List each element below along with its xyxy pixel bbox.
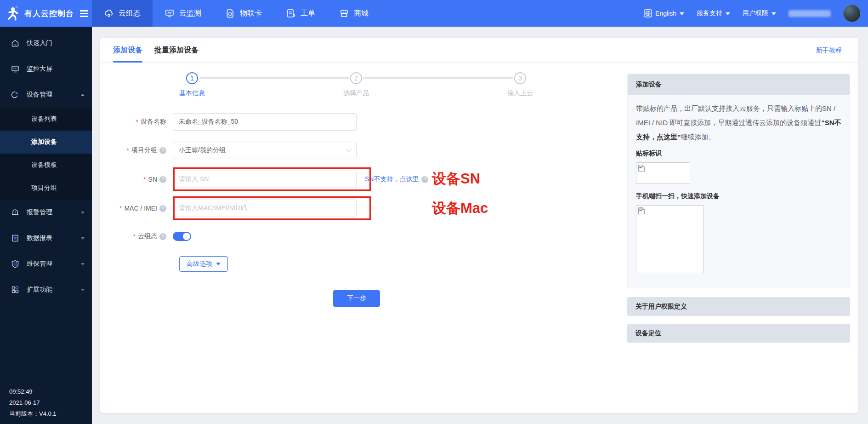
sidebar-item-dashboard[interactable]: 监控大屏 <box>0 56 92 82</box>
step-number: 1 <box>190 74 194 82</box>
support-label: 服务支持 <box>697 9 722 17</box>
info-paragraph: 带贴标的产品，出厂默认支持接入云服务，只需输入标贴上的SN / IMEI / N… <box>636 104 841 141</box>
sidebar-item-add-device[interactable]: 添加设备 <box>0 131 92 154</box>
sidebar: 快速入门 监控大屏 设备管理 设备列表 添加设备 设备模板 项目分组 <box>0 27 92 424</box>
caret-down-icon <box>81 212 85 214</box>
work-order-icon <box>286 8 296 18</box>
help-icon[interactable]: ? <box>159 147 166 154</box>
paragraph-text: 继续添加。 <box>681 133 715 141</box>
sticker-sample-image-broken <box>636 162 690 183</box>
sidebar-item-project-group[interactable]: 项目分组 <box>0 177 92 200</box>
device-name-value: 未命名_设备名称_50 <box>179 118 238 126</box>
nav-item-cloud-monitor[interactable]: 云监测 <box>153 0 213 27</box>
mac-label: * MAC / IMEI ? <box>100 205 173 212</box>
advanced-options-label: 高级选项 <box>187 260 212 268</box>
nav-item-cloud-scada[interactable]: 云组态 <box>92 0 153 27</box>
alarm-icon <box>11 208 19 217</box>
nav-item-mall[interactable]: 商城 <box>327 0 380 27</box>
sidebar-item-label: 扩展功能 <box>27 286 74 294</box>
brand: 有人云控制台 <box>0 0 92 27</box>
mac-input[interactable]: 请输入MAC/IMEI/NID码 <box>173 200 357 217</box>
info-panel-add-device: 添加设备 带贴标的产品，出厂默认支持接入云服务，只需输入标贴上的SN / IME… <box>627 74 850 288</box>
sidebar-item-label: 快速入门 <box>27 39 85 47</box>
sidebar-item-label: 维保管理 <box>27 260 74 268</box>
sticker-label: 贴标标识 <box>636 149 841 158</box>
report-icon <box>11 234 19 242</box>
project-group-select[interactable]: 小王霸/我的分组 <box>173 142 357 159</box>
project-group-row: * 项目分组 ? 小王霸/我的分组 <box>100 142 357 159</box>
storefront-icon <box>339 8 349 18</box>
caret-down-icon <box>81 263 85 265</box>
tab-batch-add-device[interactable]: 批量添加设备 <box>154 38 199 63</box>
info-panel-title: 添加设备 <box>628 74 850 95</box>
sidebar-item-label: 设备管理 <box>27 91 74 99</box>
help-icon[interactable]: ? <box>159 176 166 183</box>
sidebar-subitem-label: 设备模板 <box>31 161 57 169</box>
tab-add-device[interactable]: 添加设备 <box>113 38 142 63</box>
extensions-grid-icon <box>11 286 19 294</box>
caret-down-icon <box>216 263 221 265</box>
sidebar-item-label: 报警管理 <box>27 208 74 217</box>
scada-toggle[interactable] <box>173 232 191 241</box>
sidebar-subitem-label: 添加设备 <box>31 138 57 146</box>
sn-placeholder: 请输入 SN <box>179 175 209 183</box>
sidebar-footer: 09:52:49 2021-06-17 当前版本：V4.0.1 <box>9 386 57 419</box>
sn-input[interactable]: 请输入 SN <box>173 171 357 188</box>
sidebar-item-quick-start[interactable]: 快速入门 <box>0 30 92 56</box>
label-text: 项目分组 <box>131 146 157 155</box>
caret-up-icon <box>81 94 85 96</box>
device-name-label: * 设备名称 <box>100 118 173 126</box>
sidebar-item-extensions[interactable]: 扩展功能 <box>0 277 92 303</box>
hamburger-menu-icon[interactable] <box>80 10 88 17</box>
label-text: 设备名称 <box>141 118 166 126</box>
project-group-label: * 项目分组 ? <box>100 146 173 155</box>
shield-wrench-icon <box>11 260 19 268</box>
mac-placeholder: 请输入MAC/IMEI/NID码 <box>179 204 247 212</box>
sidebar-item-alarm-management[interactable]: 报警管理 <box>0 200 92 225</box>
permissions-menu[interactable]: 用户权限 <box>743 9 776 17</box>
broken-image-icon <box>638 207 646 215</box>
chevron-down-icon <box>346 146 352 152</box>
help-icon[interactable]: ? <box>421 176 428 183</box>
avatar[interactable] <box>843 5 861 22</box>
nav-item-work-order[interactable]: 工单 <box>274 0 327 27</box>
sn-label: * SN ? <box>100 176 173 183</box>
nav-menu: 云组态 云监测 物联卡 工单 <box>92 0 380 27</box>
top-navbar: 有人云控制台 云组态 云监测 物联卡 <box>0 0 868 27</box>
current-time: 09:52:49 <box>9 386 57 397</box>
broken-image-icon <box>638 164 646 172</box>
username-masked <box>789 10 831 17</box>
next-step-button[interactable]: 下一步 <box>333 290 380 307</box>
support-menu[interactable]: 服务支持 <box>697 9 730 17</box>
sidebar-item-label: 监控大屏 <box>27 65 85 73</box>
brand-title: 有人云控制台 <box>24 8 74 19</box>
globe-icon <box>644 9 652 17</box>
nav-item-iot-card[interactable]: 物联卡 <box>213 0 274 27</box>
device-pie-icon <box>11 91 19 99</box>
nav-item-label: 云监测 <box>179 9 201 18</box>
sidebar-item-data-reports[interactable]: 数据报表 <box>0 225 92 251</box>
sidebar-item-device-template[interactable]: 设备模板 <box>0 154 92 177</box>
caret-down-icon <box>81 289 85 291</box>
sidebar-subitem-label: 设备列表 <box>31 115 57 123</box>
step-2-label: 选择产品 <box>343 89 369 97</box>
mac-row: * MAC / IMEI ? 请输入MAC/IMEI/NID码 <box>100 200 357 217</box>
help-icon[interactable]: ? <box>159 233 166 240</box>
big-screen-icon <box>11 65 19 73</box>
sidebar-item-device-list[interactable]: 设备列表 <box>0 108 92 131</box>
help-icon[interactable]: ? <box>159 205 166 212</box>
device-name-input[interactable]: 未命名_设备名称_50 <box>173 113 357 131</box>
sidebar-item-device-management[interactable]: 设备管理 <box>0 82 92 108</box>
info-panel-device-location[interactable]: 设备定位 <box>627 324 850 343</box>
info-panel-permissions[interactable]: 关于用户权限定义 <box>627 297 850 316</box>
language-menu[interactable]: English <box>644 9 684 17</box>
sidebar-item-maintenance[interactable]: 维保管理 <box>0 251 92 277</box>
label-text: 云组态 <box>138 232 157 241</box>
caret-down-icon <box>726 12 730 15</box>
scada-row: * 云组态 ? <box>100 228 191 245</box>
advanced-options-button[interactable]: 高级选项 <box>179 256 228 272</box>
cloud-icon <box>104 8 114 18</box>
sn-not-supported-link[interactable]: SN不支持，点这里 <box>365 175 419 183</box>
main-area: 添加设备 批量添加设备 新手教程 1 2 3 基本信息 选择产品 接入上云 * … <box>92 27 868 424</box>
tutorial-link[interactable]: 新手教程 <box>816 38 842 63</box>
